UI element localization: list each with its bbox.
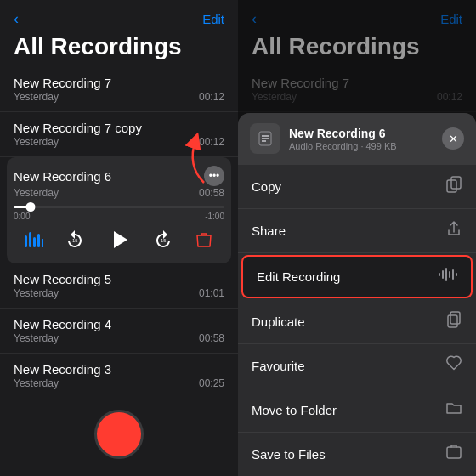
recording-time: 00:58 [199, 187, 224, 199]
file-details: New Recording 6 Audio Recording · 499 KB [289, 127, 397, 151]
list-item[interactable]: New Recording 7 Yesterday 00:12 [0, 67, 238, 112]
svg-rect-0 [25, 235, 27, 247]
svg-rect-4 [42, 239, 43, 247]
list-item[interactable]: New Recording 5 Yesterday 01:01 [0, 264, 238, 309]
list-item[interactable]: New Recording 3 Yesterday 00:25 [0, 354, 238, 396]
play-button[interactable] [107, 228, 131, 252]
folder-icon [445, 400, 462, 421]
svg-rect-1 [29, 232, 31, 247]
recording-date: Yesterday [14, 287, 59, 299]
recordings-list: New Recording 7 Yesterday 00:12 New Reco… [0, 67, 238, 396]
menu-item-label: Favourite [252, 359, 305, 373]
recording-date: Yesterday [14, 136, 59, 148]
context-card: New Recording 6 Audio Recording · 499 KB… [238, 113, 476, 476]
context-menu-move[interactable]: Move to Folder [238, 388, 476, 433]
progress-thumb [26, 202, 35, 212]
edit-button[interactable]: Edit [202, 12, 224, 26]
svg-rect-15 [439, 273, 440, 276]
svg-rect-19 [452, 269, 454, 280]
svg-rect-22 [448, 315, 457, 327]
duplicate-icon [445, 311, 462, 332]
svg-rect-3 [37, 234, 40, 247]
recording-date: Yesterday [14, 377, 59, 389]
menu-item-label: Copy [252, 179, 281, 194]
context-menu-copy[interactable]: Copy [238, 165, 476, 209]
delete-button[interactable] [195, 230, 213, 249]
record-button-container [0, 396, 238, 476]
svg-rect-16 [442, 270, 444, 279]
time-labels: 0:00 -1:00 [14, 212, 224, 221]
recording-name: New Recording 5 [14, 272, 111, 286]
context-menu-favourite[interactable]: Favourite [238, 344, 476, 388]
more-options-button[interactable]: ••• [204, 166, 224, 186]
context-close-button[interactable]: ✕ [442, 128, 464, 150]
recording-date: Yesterday [14, 332, 59, 344]
svg-text:15: 15 [72, 238, 78, 243]
file-name: New Recording 6 [289, 127, 397, 140]
menu-item-label: Move to Folder [252, 403, 337, 417]
recording-name: New Recording 4 [14, 317, 111, 332]
svg-rect-18 [449, 271, 450, 278]
file-subtitle: Audio Recording · 499 KB [289, 141, 397, 151]
save-files-icon [445, 444, 462, 465]
context-menu-duplicate[interactable]: Duplicate [238, 300, 476, 344]
recording-date: Yesterday [14, 91, 59, 103]
svg-text:15: 15 [161, 238, 167, 243]
menu-item-label: Duplicate [252, 314, 305, 329]
remaining-time: -1:00 [205, 212, 224, 221]
recording-time: 00:12 [199, 136, 224, 148]
recording-name: New Recording 6 [14, 169, 111, 184]
favourite-icon [445, 355, 462, 377]
back-button[interactable]: ‹ [14, 10, 19, 28]
edit-recording-icon [439, 268, 457, 286]
svg-rect-17 [445, 268, 447, 281]
recording-time: 00:58 [199, 332, 224, 344]
svg-rect-23 [447, 447, 461, 458]
menu-item-label: Share [252, 224, 286, 238]
file-icon [250, 123, 280, 154]
recording-name: New Recording 7 [14, 76, 111, 90]
right-panel: ‹ Edit All Recordings New Recording 7 Ye… [238, 0, 476, 476]
page-title: All Recordings [0, 31, 238, 67]
copy-icon [445, 176, 462, 197]
current-time: 0:00 [14, 212, 30, 221]
menu-item-label: Save to Files [252, 447, 326, 462]
recording-name: New Recording 7 copy [14, 121, 142, 135]
context-menu-edit-recording[interactable]: Edit Recording [241, 255, 473, 298]
record-button[interactable] [94, 410, 144, 459]
equalizer-button[interactable] [25, 232, 43, 247]
playback-controls: 15 15 [14, 221, 224, 255]
recording-time: 00:25 [199, 377, 224, 389]
recording-time: 01:01 [199, 287, 224, 299]
menu-item-label: Edit Recording [257, 269, 340, 284]
svg-marker-6 [114, 231, 128, 248]
list-item-active[interactable]: New Recording 6 ••• Yesterday 00:58 0:00… [7, 157, 231, 264]
left-panel: ‹ Edit All Recordings New Recording 7 Ye… [0, 0, 238, 476]
recording-name: New Recording 3 [14, 362, 111, 377]
svg-rect-21 [450, 312, 460, 324]
svg-rect-20 [456, 273, 457, 276]
left-header: ‹ Edit [0, 0, 238, 31]
context-menu-overlay: New Recording 6 Audio Recording · 499 KB… [238, 0, 476, 476]
rewind-button[interactable]: 15 [65, 230, 85, 250]
forward-button[interactable]: 15 [153, 230, 173, 250]
context-menu-share[interactable]: Share [238, 209, 476, 253]
context-header: New Recording 6 Audio Recording · 499 KB… [238, 113, 476, 165]
share-icon [445, 220, 462, 241]
progress-bar[interactable] [14, 206, 224, 208]
recording-time: 00:12 [199, 91, 224, 103]
list-item[interactable]: New Recording 4 Yesterday 00:58 [0, 309, 238, 354]
svg-rect-2 [33, 237, 36, 247]
context-menu-save-files[interactable]: Save to Files [238, 433, 476, 476]
list-item[interactable]: New Recording 7 copy Yesterday 00:12 [0, 112, 238, 157]
recording-date: Yesterday [14, 187, 59, 199]
file-info: New Recording 6 Audio Recording · 499 KB [250, 123, 397, 154]
